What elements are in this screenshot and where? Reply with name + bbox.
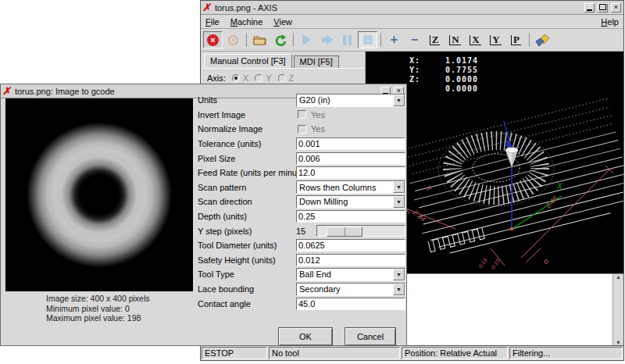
tool-diameter-input[interactable] xyxy=(296,239,405,252)
chevron-down-icon: ▼ xyxy=(393,196,405,208)
dimension-labels: 2.34 2.46 0.15 -0.10 xyxy=(411,194,559,272)
row-units: Units G20 (in) ▼ xyxy=(198,93,405,108)
view-z2-icon: N xyxy=(449,35,460,45)
view-y-icon: Y xyxy=(490,35,501,45)
tool-type-select[interactable]: Ball End ▼ xyxy=(296,268,405,281)
row-scan-pattern: Scan pattern Rows then Columns ▼ xyxy=(198,180,405,195)
safety-height-input[interactable] xyxy=(296,254,405,266)
reload-icon xyxy=(274,34,287,46)
estop-icon: × xyxy=(207,34,219,46)
contact-angle-input[interactable] xyxy=(296,298,405,310)
run-icon xyxy=(302,34,311,45)
step-button[interactable] xyxy=(317,31,337,48)
menu-machine[interactable]: Machine xyxy=(230,17,263,27)
row-lace-bounding: Lace bounding Secondary ▼ xyxy=(198,282,405,297)
row-tolerance: Tolerance (units) xyxy=(198,137,405,152)
menubar: File Machine View Help xyxy=(201,15,623,29)
row-contact-angle: Contact angle xyxy=(198,296,405,311)
row-y-step: Y step (pixels) 15 xyxy=(198,223,405,238)
axis-x-logo-icon: ✗ xyxy=(202,2,213,12)
machine-power-button[interactable] xyxy=(223,31,243,48)
slider-handle[interactable] xyxy=(327,227,362,237)
row-pixel-size: Pixel Size xyxy=(198,151,405,166)
torus-image-preview xyxy=(5,98,193,291)
stop-icon xyxy=(363,35,373,45)
axis-x-radio[interactable] xyxy=(232,74,240,82)
row-scan-direction: Scan direction Down Milling ▼ xyxy=(198,194,405,209)
scroll-down-icon[interactable]: ▼ xyxy=(616,340,621,345)
row-tool-diameter: Tool Diameter (units) xyxy=(198,238,405,253)
image-info: Image size: 400 x 400 pixels Minimum pix… xyxy=(46,294,150,323)
dro-z-value: 0.0000 xyxy=(430,75,478,84)
y-step-slider[interactable] xyxy=(316,225,405,237)
zoom-out-button[interactable]: − xyxy=(405,31,424,48)
cancel-button[interactable]: Cancel xyxy=(345,327,396,346)
view-z2-button[interactable]: N xyxy=(445,31,465,48)
feed-rate-input[interactable] xyxy=(296,166,405,179)
pause-button[interactable] xyxy=(338,31,357,48)
zoom-out-icon: − xyxy=(411,34,418,45)
view-perspective-button[interactable]: P xyxy=(506,31,526,48)
menu-view[interactable]: View xyxy=(273,17,292,27)
axis-x-label: X xyxy=(243,73,248,83)
scan-pattern-select[interactable]: Rows then Columns ▼ xyxy=(296,180,405,194)
view-x-icon: X xyxy=(470,35,480,45)
axis-z-radio[interactable] xyxy=(278,74,286,82)
axis-z-label: Z xyxy=(289,73,295,83)
pause-icon xyxy=(343,35,352,45)
raster-rows xyxy=(402,98,623,259)
zoom-in-button[interactable]: + xyxy=(384,31,404,48)
status-tool: No tool xyxy=(269,347,400,359)
row-feed-rate: Feed Rate (units per minute) xyxy=(198,166,405,180)
row-tool-type: Tool Type Ball End ▼ xyxy=(198,267,405,282)
reload-button[interactable] xyxy=(270,31,290,48)
zoom-in-icon: + xyxy=(391,34,398,45)
units-select[interactable]: G20 (in) ▼ xyxy=(296,94,405,107)
tab-mdi[interactable]: MDI [F5] xyxy=(294,55,339,68)
image-to-gcode-dialog: ✗ torus.png: Image to gcode × Image size… xyxy=(0,84,407,346)
dro-y-value: 0.7755 xyxy=(430,66,478,75)
axis-y-radio[interactable] xyxy=(255,74,262,82)
axis-x-glyph: X xyxy=(556,182,562,191)
menu-file[interactable]: File xyxy=(205,17,220,27)
stop-button[interactable] xyxy=(358,31,377,48)
dim-right-label: 2.46 xyxy=(544,194,559,210)
comb-toolpath xyxy=(428,228,484,252)
axis-label: Axis: xyxy=(207,73,226,83)
scroll-up-icon[interactable]: ▲ xyxy=(616,274,621,280)
vertical-scrollbar[interactable]: ▲ ▼ xyxy=(612,274,623,345)
ok-button[interactable]: OK xyxy=(278,327,333,346)
clear-plot-icon xyxy=(535,34,550,47)
screen: ✗ torus.png - AXIS × File Machine View H… xyxy=(0,0,625,364)
dro-readout: X:1.0174 Y:0.7755 Z:0.0000 0.0000 xyxy=(409,56,478,94)
row-normalize-image: Normalize Image Yes xyxy=(198,122,405,137)
estop-button[interactable]: × xyxy=(203,31,223,48)
step-icon xyxy=(322,34,333,45)
view-y-button[interactable]: Y xyxy=(486,31,505,48)
clear-plot-button[interactable] xyxy=(533,31,552,48)
minimize-button[interactable] xyxy=(584,3,595,12)
machine-power-icon xyxy=(228,35,238,45)
axis-titlebar[interactable]: ✗ torus.png - AXIS × xyxy=(201,1,623,15)
origin-marker xyxy=(510,227,513,230)
open-file-button[interactable] xyxy=(250,31,270,48)
tolerance-input[interactable] xyxy=(296,137,405,150)
statusbar: ESTOP No tool Position: Relative Actual … xyxy=(201,345,623,360)
invert-image-checkbox[interactable] xyxy=(298,110,306,119)
depth-input[interactable] xyxy=(296,210,405,223)
tab-manual-control[interactable]: Manual Control [F3] xyxy=(204,54,292,68)
view-z-button[interactable]: Z xyxy=(425,31,445,48)
pixel-size-input[interactable] xyxy=(296,152,405,165)
close-button[interactable]: × xyxy=(611,3,621,12)
menu-help[interactable]: Help xyxy=(601,17,619,27)
status-position: Position: Relative Actual xyxy=(402,347,508,359)
lace-bounding-select[interactable]: Secondary ▼ xyxy=(296,283,405,296)
maximize-button[interactable] xyxy=(598,3,608,12)
view-x-button[interactable]: X xyxy=(466,31,485,48)
scan-direction-select[interactable]: Down Milling ▼ xyxy=(296,195,405,209)
run-button[interactable] xyxy=(297,31,316,48)
chevron-down-icon: ▼ xyxy=(393,181,405,193)
origin-label-2: -0.10 xyxy=(489,258,501,271)
dro-vel-value: 0.0000 xyxy=(430,84,478,94)
normalize-image-checkbox[interactable] xyxy=(298,125,306,134)
